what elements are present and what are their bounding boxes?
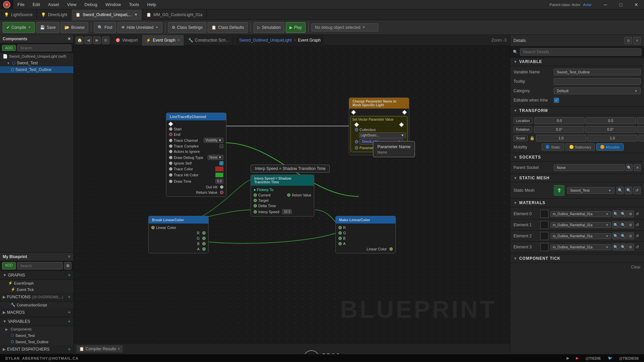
mat-0-search-button[interactable]: 🔍 <box>620 210 627 217</box>
mat-3-browse-button[interactable]: 🔍 <box>612 244 619 250</box>
variable-name-input[interactable] <box>554 69 641 75</box>
mat-0-browse-button[interactable]: 🔍 <box>612 210 619 217</box>
actor-link[interactable]: Actor <box>583 3 592 7</box>
trace-complex-checkbox[interactable] <box>219 144 223 148</box>
tooltip-input[interactable] <box>554 78 641 85</box>
static-mesh-use-button[interactable]: 🔍 <box>625 187 632 194</box>
graphs-add-icon[interactable]: + <box>68 272 71 278</box>
mat-2-browse-button[interactable]: 🔍 <box>612 233 619 239</box>
minimize-button[interactable]: ─ <box>598 0 613 9</box>
tree-item-sword-test-outline[interactable]: ⬡ Sword_Test_Outline <box>0 66 73 73</box>
transform-section-header[interactable]: ▼ TRANSFORM <box>510 107 644 115</box>
menu-tools[interactable]: Tools <box>125 0 143 9</box>
compiler-results-close-icon[interactable]: ✕ <box>117 347 120 351</box>
var-sword-test-outline[interactable]: ⬡ Sword_Test_Outline <box>0 339 73 345</box>
parent-socket-dropdown[interactable]: None <box>554 164 625 171</box>
interp-node[interactable]: Interp Speed = ShadowTransition Time ● F… <box>251 175 314 217</box>
stationary-mobility-button[interactable]: 🟡 Stationary <box>566 143 595 150</box>
menu-window[interactable]: Window <box>101 0 125 9</box>
components-add-button[interactable]: ADD <box>2 45 16 51</box>
tree-item-sword-test[interactable]: ▼ ⬡ Sword_Test <box>0 60 73 66</box>
mat-3-settings-button[interactable]: ⚙ <box>627 244 634 250</box>
trace-hit-swatch[interactable] <box>215 173 223 177</box>
trace-color-swatch[interactable] <box>215 167 223 171</box>
scale-x-input[interactable] <box>536 135 586 141</box>
components-close-icon[interactable]: ✕ <box>67 37 71 41</box>
event-dispatchers-add-icon[interactable]: + <box>68 346 71 352</box>
graphs-section-header[interactable]: ▼ GRAPHS + <box>0 271 73 280</box>
scale-type-select[interactable]: Scale <box>514 135 528 141</box>
mat-1-settings-button[interactable]: ⚙ <box>627 222 634 228</box>
debug-type-dropdown[interactable]: None ▼ <box>208 155 223 160</box>
my-blueprint-close-icon[interactable]: ✕ <box>67 254 71 259</box>
graph-grid-button[interactable]: ⊞ <box>102 37 109 44</box>
play-button[interactable]: ▶ Play <box>286 22 306 33</box>
static-mobility-button[interactable]: 🔵 Static <box>542 143 564 150</box>
viewport-tab[interactable]: 🎯 Viewport <box>111 35 142 46</box>
bp-item-event-tick[interactable]: ⚡ Event Tick <box>0 286 73 293</box>
draw-time-value[interactable]: 0.0 <box>215 179 223 184</box>
location-x-input[interactable] <box>534 117 585 124</box>
macros-section-header[interactable]: ▶ MACROS + <box>0 308 73 317</box>
scale-z-input[interactable] <box>639 135 644 141</box>
save-button[interactable]: 💾 Save <box>36 22 59 33</box>
ignore-self-checkbox[interactable]: ✓ <box>219 161 223 165</box>
static-mesh-browse-button[interactable]: 🔍 <box>616 187 624 194</box>
mat-3-dropdown[interactable]: m_Outline_Ramlethal_01a ▼ <box>550 244 611 250</box>
parent-socket-clear-button[interactable]: ✕ <box>634 164 641 171</box>
menu-help[interactable]: Help <box>143 0 160 9</box>
mat-1-search-button[interactable]: 🔍 <box>620 222 627 228</box>
mat-2-dropdown[interactable]: m_Outline_Ramlethal_01a ▼ <box>550 233 611 239</box>
bp-item-construction-script[interactable]: 🔧 ConstructionScript <box>0 302 73 308</box>
browse-button[interactable]: 📂 Browse <box>61 22 88 33</box>
tree-item-self[interactable]: 📄 Sword_Outlined_UniqueLight (self) <box>0 53 73 60</box>
tab-directlight[interactable]: 💡 DirectLight <box>37 9 71 20</box>
variables-add-icon[interactable]: + <box>68 318 71 324</box>
event-graph-tab[interactable]: ⚡ Event Graph ✕ <box>142 35 184 46</box>
mat-3-reset-button[interactable]: ↺ <box>634 244 641 250</box>
variables-section-header[interactable]: ▼ VARIABLES + <box>0 317 73 326</box>
simulation-button[interactable]: ▷ Simulation <box>254 22 284 33</box>
hide-unrelated-button[interactable]: 👁 Hide Unrelated ▼ <box>117 22 162 33</box>
mat-3-search-button[interactable]: 🔍 <box>620 244 627 250</box>
close-button[interactable]: ✕ <box>629 0 644 9</box>
static-mesh-section-header[interactable]: ▼ STATIC MESH <box>510 174 644 182</box>
mat-1-reset-button[interactable]: ↺ <box>634 222 641 228</box>
scale-y-input[interactable] <box>587 135 638 141</box>
component-tick-section-header[interactable]: ▼ COMPONENT TICK <box>510 254 644 263</box>
bp-item-eventgraph[interactable]: ⚡ EventGraph <box>0 280 73 286</box>
variables-components-header[interactable]: ▶ Components <box>0 326 73 332</box>
details-grid-button[interactable]: ⊞ <box>625 37 632 44</box>
location-y-input[interactable] <box>586 117 636 124</box>
tab-sword-close-button[interactable]: ✕ <box>134 12 138 17</box>
functions-section-header[interactable]: ▶ FUNCTIONS (20 OVERRIDABL...) + <box>0 293 73 302</box>
rotation-z-input[interactable] <box>637 126 644 133</box>
linetrace-node[interactable]: LineTraceByChannel Start End <box>166 113 226 197</box>
sockets-section-header[interactable]: ▼ SOCKETS <box>510 153 644 162</box>
graph-back-button[interactable]: ◀ <box>85 37 92 44</box>
static-mesh-dropdown[interactable]: Sword_Test ▼ <box>567 187 614 194</box>
graph-canvas[interactable]: LineTraceByChannel Start End <box>74 46 510 343</box>
event-dispatchers-section-header[interactable]: ▶ EVENT DISPATCHERS + <box>0 345 73 354</box>
rotation-x-input[interactable] <box>534 126 584 133</box>
compile-button[interactable]: ✔ Compile ▼ <box>3 22 35 33</box>
mat-0-dropdown[interactable]: m_Outline_Ramlethal_01a ▼ <box>550 211 611 217</box>
light-source-dropdown[interactable]: LightSourc... ▼ <box>359 132 406 138</box>
menu-debug[interactable]: Debug <box>80 0 101 9</box>
rotation-y-input[interactable] <box>585 126 636 133</box>
make-linear-node[interactable]: Make LinearColor R G B <box>335 216 396 253</box>
location-type-select[interactable]: Location <box>514 118 532 124</box>
event-graph-close-icon[interactable]: ✕ <box>177 38 180 42</box>
my-blueprint-search-input[interactable] <box>17 262 63 269</box>
var-sword-test[interactable]: ⬡ Sword_Test <box>0 332 73 339</box>
mat-2-search-button[interactable]: 🔍 <box>620 233 627 239</box>
find-button[interactable]: 🔍 Find <box>94 22 116 33</box>
tab-sword-outlined[interactable]: 📋 Sword_Outlined_UniqueL... ✕ <box>71 9 142 20</box>
movable-mobility-button[interactable]: 🟠 Movable <box>596 143 624 150</box>
scale-lock-icon[interactable]: 🔒 <box>530 136 535 140</box>
clear-button[interactable]: Clear <box>631 265 641 269</box>
materials-section-header[interactable]: ▼ MATERIALS <box>510 199 644 207</box>
menu-asset[interactable]: Asset <box>44 0 63 9</box>
details-close-button[interactable]: ✕ <box>633 37 641 44</box>
graph-forward-button[interactable]: ▶ <box>93 37 101 44</box>
